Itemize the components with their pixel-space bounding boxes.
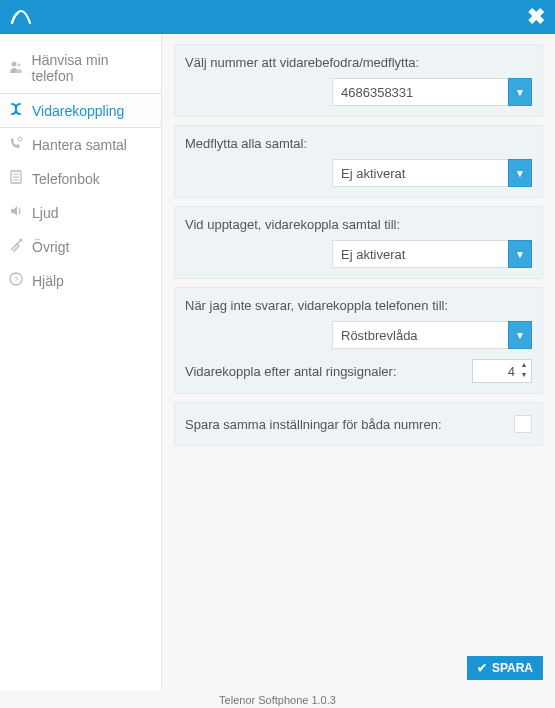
sidebar-item-label: Hantera samtal bbox=[32, 137, 127, 153]
panel-forward-number: Välj nummer att vidarebefodra/medflytta:… bbox=[174, 44, 543, 117]
chevron-down-icon[interactable]: ▼ bbox=[508, 321, 532, 349]
tools-icon bbox=[8, 238, 24, 255]
dropdown-forward-number[interactable]: 4686358331 ▼ bbox=[332, 78, 532, 106]
rings-stepper[interactable]: ▲ ▼ bbox=[472, 359, 532, 383]
check-icon: ✔ bbox=[477, 661, 487, 675]
dropdown-move-all[interactable]: Ej aktiverat ▼ bbox=[332, 159, 532, 187]
label-both-numbers: Spara samma inställningar för båda numre… bbox=[185, 417, 442, 432]
title-bar: ✖ bbox=[0, 0, 555, 34]
svg-point-0 bbox=[11, 61, 16, 66]
dropdown-value: Röstbrevlåda bbox=[332, 321, 508, 349]
save-button-label: SPARA bbox=[492, 661, 533, 675]
phone-settings-icon bbox=[8, 136, 24, 153]
help-icon: ? bbox=[8, 272, 24, 289]
panel-no-answer: När jag inte svarar, vidarekoppla telefo… bbox=[174, 287, 543, 394]
close-button[interactable]: ✖ bbox=[527, 6, 545, 28]
stepper-down-icon[interactable]: ▼ bbox=[518, 371, 530, 381]
panel-both-numbers: Spara samma inställningar för båda numre… bbox=[174, 402, 543, 446]
label-forward-number: Välj nummer att vidarebefodra/medflytta: bbox=[185, 55, 532, 70]
dropdown-busy[interactable]: Ej aktiverat ▼ bbox=[332, 240, 532, 268]
svg-text:?: ? bbox=[14, 275, 19, 284]
sidebar-item-phonebook[interactable]: Telefonbok bbox=[0, 162, 161, 196]
svg-point-1 bbox=[17, 63, 20, 66]
sidebar: Hänvisa min telefon Vidarekoppling Hante… bbox=[0, 34, 162, 690]
sidebar-item-label: Hjälp bbox=[32, 273, 64, 289]
svg-point-7 bbox=[20, 239, 23, 242]
sidebar-item-label: Ljud bbox=[32, 205, 58, 221]
sidebar-item-other[interactable]: Övrigt bbox=[0, 230, 161, 264]
dropdown-value: Ej aktiverat bbox=[332, 159, 508, 187]
sidebar-item-help[interactable]: ? Hjälp bbox=[0, 264, 161, 298]
sidebar-item-label: Övrigt bbox=[32, 239, 69, 255]
book-icon bbox=[8, 170, 24, 187]
panel-move-all: Medflytta alla samtal: Ej aktiverat ▼ bbox=[174, 125, 543, 198]
dropdown-no-answer[interactable]: Röstbrevlåda ▼ bbox=[332, 321, 532, 349]
user-icon bbox=[8, 60, 24, 77]
chevron-down-icon[interactable]: ▼ bbox=[508, 159, 532, 187]
label-move-all: Medflytta alla samtal: bbox=[185, 136, 532, 151]
checkbox-both-numbers[interactable] bbox=[514, 415, 532, 433]
label-busy: Vid upptaget, vidarekoppla samtal till: bbox=[185, 217, 532, 232]
app-logo bbox=[10, 7, 32, 27]
sidebar-item-presence[interactable]: Hänvisa min telefon bbox=[0, 44, 161, 93]
save-button[interactable]: ✔ SPARA bbox=[467, 656, 543, 680]
chevron-down-icon[interactable]: ▼ bbox=[508, 78, 532, 106]
dropdown-value: Ej aktiverat bbox=[332, 240, 508, 268]
forward-icon bbox=[8, 102, 24, 119]
stepper-up-icon[interactable]: ▲ bbox=[518, 361, 530, 371]
sidebar-item-forwarding[interactable]: Vidarekoppling bbox=[0, 93, 161, 128]
dropdown-value: 4686358331 bbox=[332, 78, 508, 106]
sidebar-item-label: Telefonbok bbox=[32, 171, 100, 187]
label-no-answer: När jag inte svarar, vidarekoppla telefo… bbox=[185, 298, 532, 313]
sidebar-item-sound[interactable]: Ljud bbox=[0, 196, 161, 230]
chevron-down-icon[interactable]: ▼ bbox=[508, 240, 532, 268]
svg-point-2 bbox=[18, 137, 22, 141]
label-rings: Vidarekoppla efter antal ringsignaler: bbox=[185, 364, 397, 379]
sound-icon bbox=[8, 204, 24, 221]
sidebar-item-label: Vidarekoppling bbox=[32, 103, 124, 119]
sidebar-item-calls[interactable]: Hantera samtal bbox=[0, 128, 161, 162]
version-text: Telenor Softphone 1.0.3 bbox=[0, 694, 555, 706]
sidebar-item-label: Hänvisa min telefon bbox=[32, 52, 151, 84]
main-content: Välj nummer att vidarebefodra/medflytta:… bbox=[162, 34, 555, 690]
panel-busy: Vid upptaget, vidarekoppla samtal till: … bbox=[174, 206, 543, 279]
